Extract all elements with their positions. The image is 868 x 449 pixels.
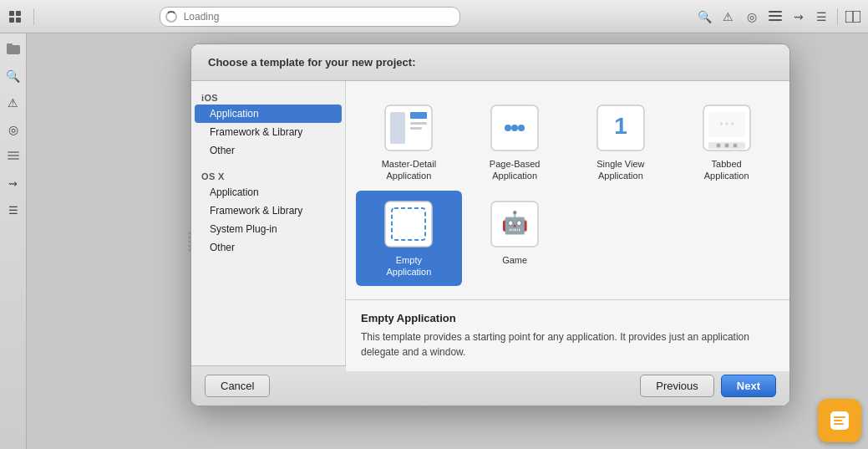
template-single-view[interactable]: 1 Single ViewApplication [568, 94, 674, 191]
svg-rect-0 [9, 11, 14, 16]
template-grid: Master-DetailApplication Page-BasedAppli… [346, 81, 789, 300]
empty-label: EmptyApplication [386, 254, 431, 278]
game-icon: 🤖 [490, 199, 540, 249]
svg-rect-23 [410, 127, 422, 130]
template-tabbed[interactable]: * * * TabbedApplication [673, 94, 779, 191]
template-area: Master-DetailApplication Page-BasedAppli… [346, 81, 789, 365]
dialog-header: Choose a template for your new project: [191, 44, 789, 81]
dialog-footer: Cancel Previous Next [191, 365, 789, 406]
target-icon[interactable]: ◎ [744, 8, 760, 25]
svg-rect-6 [769, 19, 782, 21]
svg-rect-2 [9, 18, 14, 23]
description-title: Empty Application [361, 312, 774, 324]
previous-button[interactable]: Previous [640, 375, 714, 397]
dialog-body: iOS Application Framework & Library Othe… [191, 81, 789, 365]
svg-point-25 [505, 125, 511, 131]
divider [33, 8, 34, 25]
game-label: Game [502, 254, 527, 266]
template-page-based[interactable]: Page-BasedApplication [462, 94, 568, 191]
svg-rect-5 [769, 15, 782, 17]
nav-item-ios-other[interactable]: Other [191, 141, 345, 160]
master-detail-icon [383, 103, 434, 153]
list-icon[interactable] [767, 8, 784, 25]
sidebar-search-icon[interactable]: 🔍 [4, 67, 23, 85]
search-text: Loading [184, 11, 220, 23]
search-icon[interactable]: 🔍 [697, 8, 713, 25]
sidebar-tests-icon[interactable]: ◎ [4, 120, 23, 139]
svg-text:🤖: 🤖 [501, 209, 529, 236]
svg-rect-1 [16, 11, 21, 16]
warning-icon[interactable]: ⚠ [720, 8, 737, 25]
toolbar: Loading 🔍 ⚠ ◎ ⇝ ☰ [0, 0, 868, 33]
svg-point-27 [518, 125, 525, 131]
search-bar[interactable]: Loading [160, 7, 460, 27]
empty-icon [383, 199, 434, 249]
nav-item-ios-application[interactable]: Application [195, 105, 342, 123]
sidebar-debug-icon[interactable] [4, 147, 23, 166]
nav-buttons: Previous Next [640, 375, 776, 397]
tabbed-label: TabbedApplication [704, 158, 749, 182]
svg-rect-3 [16, 18, 21, 23]
nav-item-ios-framework[interactable]: Framework & Library [191, 123, 345, 141]
notification-badge[interactable] [818, 399, 861, 442]
grid-icon[interactable] [7, 8, 23, 25]
page-based-icon [490, 103, 540, 153]
svg-point-26 [511, 125, 518, 131]
page-based-label: Page-BasedApplication [490, 158, 541, 182]
svg-rect-21 [410, 112, 427, 119]
template-description: Empty Application This template provides… [346, 300, 789, 371]
svg-rect-43 [834, 420, 842, 421]
nav-item-osx-other[interactable]: Other [191, 238, 345, 257]
panels-icon[interactable] [845, 8, 861, 25]
svg-rect-22 [410, 122, 427, 125]
svg-rect-42 [834, 416, 845, 418]
next-button[interactable]: Next [721, 375, 776, 397]
svg-rect-4 [769, 11, 782, 13]
loading-spinner [165, 11, 177, 23]
description-text: This template provides a starting point … [361, 329, 774, 360]
svg-rect-11 [8, 151, 19, 153]
sidebar-breakpoints-icon[interactable]: ⇝ [4, 174, 23, 192]
sidebar-reports-icon[interactable]: ☰ [4, 201, 23, 219]
nav-item-osx-framework[interactable]: Framework & Library [191, 202, 345, 220]
svg-text:* * *: * * * [719, 121, 733, 130]
svg-rect-10 [7, 43, 13, 47]
svg-rect-12 [8, 155, 19, 156]
svg-text:1: 1 [614, 113, 627, 139]
left-sidebar: 🔍 ⚠ ◎ ⇝ ☰ [0, 33, 27, 449]
nav-group-ios: iOS [191, 88, 345, 105]
template-empty[interactable]: EmptyApplication [356, 191, 462, 287]
cancel-button[interactable]: Cancel [205, 375, 270, 397]
nav-item-osx-plugin[interactable]: System Plug-in [191, 220, 345, 238]
notes-icon[interactable]: ☰ [814, 8, 830, 25]
divider [837, 8, 838, 25]
svg-point-32 [716, 144, 720, 148]
single-view-icon: 1 [596, 103, 646, 153]
sidebar-issues-icon[interactable]: ⚠ [4, 94, 23, 112]
master-detail-label: Master-DetailApplication [382, 158, 436, 182]
template-master-detail[interactable]: Master-DetailApplication [356, 94, 462, 191]
dialog-title: Choose a template for your new project: [208, 56, 416, 69]
single-view-label: Single ViewApplication [596, 158, 644, 182]
svg-rect-44 [834, 423, 844, 425]
nav-group-osx: OS X [191, 166, 345, 183]
template-nav: iOS Application Framework & Library Othe… [191, 81, 346, 365]
template-game[interactable]: 🤖 Game [462, 191, 568, 287]
nav-item-osx-application[interactable]: Application [191, 183, 345, 202]
sidebar-folders-icon[interactable] [4, 40, 23, 59]
svg-point-34 [733, 144, 737, 148]
svg-rect-13 [8, 158, 19, 160]
new-project-dialog: Choose a template for your new project: … [190, 43, 790, 406]
tag-icon[interactable]: ⇝ [790, 8, 807, 25]
svg-point-33 [724, 144, 728, 148]
svg-rect-20 [390, 112, 405, 144]
tabbed-icon: * * * [702, 103, 752, 153]
